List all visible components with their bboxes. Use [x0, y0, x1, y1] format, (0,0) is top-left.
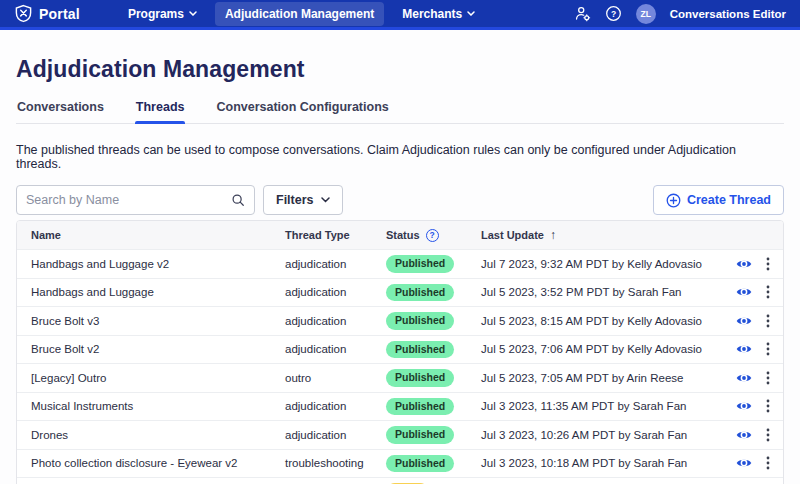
table-header-row: Name Thread Type Status ? Last Update ↑ [17, 221, 783, 249]
row-type: adjudication [271, 343, 372, 355]
navbar-right: ? ZL Conversations Editor [574, 4, 786, 24]
row-type: troubleshooting [271, 457, 372, 469]
tab-conversations[interactable]: Conversations [16, 100, 105, 123]
brand-name: Portal [39, 6, 80, 22]
controls-row: Filters Create Thread [16, 185, 784, 215]
nav-item-adjudication-management[interactable]: Adjudication Management [215, 2, 384, 26]
kebab-menu-icon[interactable] [766, 456, 770, 470]
svg-text:?: ? [611, 9, 616, 19]
row-type: adjudication [271, 315, 372, 327]
table-row: Bruce Bolt v2 adjudication Published Jul… [17, 335, 783, 364]
nav-item-label: Adjudication Management [225, 7, 374, 21]
filters-label: Filters [276, 193, 314, 207]
table-row: Photo collection disclosure - Eyewear v2… [17, 449, 783, 478]
row-name: Handbags and Luggage v2 [17, 258, 271, 270]
chevron-down-icon [467, 11, 475, 16]
tab-bar: Conversations Threads Conversation Confi… [16, 100, 784, 124]
filters-button[interactable]: Filters [263, 185, 343, 215]
row-updated: Jul 7 2023, 9:32 AM PDT by Kelly Adovasi… [467, 258, 703, 270]
row-name: Drones [17, 429, 271, 441]
kebab-menu-icon[interactable] [766, 257, 770, 271]
view-eye-icon[interactable] [736, 315, 752, 327]
row-updated: Jul 5 2023, 7:06 AM PDT by Kelly Adovasi… [467, 343, 703, 355]
table-row: [Legacy] Outro outro Published Jul 5 202… [17, 363, 783, 392]
top-navbar: Portal Programs Adjudication Management … [0, 0, 800, 30]
kebab-menu-icon[interactable] [766, 371, 770, 385]
create-thread-button[interactable]: Create Thread [653, 185, 784, 215]
view-eye-icon[interactable] [736, 372, 752, 384]
tab-conversation-configurations[interactable]: Conversation Configurations [215, 100, 389, 123]
row-name: Handbags and Luggage [17, 286, 271, 298]
kebab-menu-icon[interactable] [766, 428, 770, 442]
view-eye-icon[interactable] [736, 457, 752, 469]
create-thread-label: Create Thread [687, 193, 771, 207]
status-badge: Published [386, 341, 454, 359]
row-type: outro [271, 372, 372, 384]
column-header-last-update[interactable]: Last Update ↑ [467, 228, 703, 242]
sort-ascending-icon[interactable]: ↑ [550, 228, 556, 242]
row-name: Bruce Bolt v3 [17, 315, 271, 327]
row-type: adjudication [271, 400, 372, 412]
user-role-label: Conversations Editor [670, 8, 786, 20]
search-icon [231, 193, 245, 207]
row-updated: Jul 3 2023, 11:35 AM PDT by Sarah Fan [467, 400, 703, 412]
row-type: adjudication [271, 286, 372, 298]
row-type: adjudication [271, 258, 372, 270]
view-eye-icon[interactable] [736, 429, 752, 441]
status-badge: Published [386, 426, 454, 444]
row-name: [Legacy] Outro [17, 372, 271, 384]
table-row: Handbags and Luggage v2 adjudication Pub… [17, 249, 783, 278]
search-input[interactable] [26, 193, 231, 207]
table-row: Photo collection disclosure - Eyewear ad… [17, 477, 783, 484]
help-icon[interactable]: ? [605, 5, 622, 22]
status-badge: Published [386, 455, 454, 473]
page-description: The published threads can be used to com… [16, 143, 784, 171]
table-row: Handbags and Luggage adjudication Publis… [17, 278, 783, 307]
nav-item-label: Merchants [402, 7, 462, 21]
nav-item-label: Programs [128, 7, 184, 21]
user-avatar[interactable]: ZL [636, 4, 656, 24]
view-eye-icon[interactable] [736, 258, 752, 270]
row-updated: Jul 3 2023, 10:26 AM PDT by Sarah Fan [467, 429, 703, 441]
search-box [16, 185, 255, 215]
kebab-menu-icon[interactable] [766, 285, 770, 299]
status-help-icon[interactable]: ? [426, 229, 439, 242]
row-updated: Jul 5 2023, 7:05 AM PDT by Arin Reese [467, 372, 703, 384]
kebab-menu-icon[interactable] [766, 342, 770, 356]
row-name: Photo collection disclosure - Eyewear v2 [17, 457, 271, 469]
view-eye-icon[interactable] [736, 343, 752, 355]
row-updated: Jul 5 2023, 8:15 AM PDT by Kelly Adovasi… [467, 315, 703, 327]
column-header-name[interactable]: Name [17, 229, 271, 241]
tab-threads[interactable]: Threads [135, 100, 186, 123]
column-header-thread-type[interactable]: Thread Type [271, 229, 372, 241]
status-badge: Published [386, 398, 454, 416]
row-updated: Jul 5 2023, 3:52 PM PDT by Sarah Fan [467, 286, 703, 298]
chevron-down-icon [189, 11, 197, 16]
brand-home-link[interactable]: Portal [14, 4, 80, 23]
view-eye-icon[interactable] [736, 400, 752, 412]
view-eye-icon[interactable] [736, 286, 752, 298]
chevron-down-icon [321, 197, 330, 203]
status-badge: Published [386, 284, 454, 302]
last-update-header-label: Last Update [481, 229, 544, 241]
user-admin-icon[interactable] [574, 5, 591, 22]
shield-logo-icon [14, 4, 33, 23]
table-body: Handbags and Luggage v2 adjudication Pub… [17, 249, 783, 484]
nav-item-programs[interactable]: Programs [118, 2, 207, 26]
status-badge: Published [386, 312, 454, 330]
main-content: Adjudication Management Conversations Th… [0, 30, 800, 484]
row-type: adjudication [271, 429, 372, 441]
plus-circle-icon [666, 193, 681, 208]
column-header-status[interactable]: Status ? [372, 229, 467, 242]
page-title: Adjudication Management [16, 56, 784, 83]
kebab-menu-icon[interactable] [766, 314, 770, 328]
row-updated: Jul 3 2023, 10:18 AM PDT by Sarah Fan [467, 457, 703, 469]
status-badge: Published [386, 255, 454, 273]
row-name: Musical Instruments [17, 400, 271, 412]
status-badge: Published [386, 369, 454, 387]
nav-item-merchants[interactable]: Merchants [392, 2, 485, 26]
kebab-menu-icon[interactable] [766, 399, 770, 413]
status-header-label: Status [386, 229, 420, 241]
table-row: Musical Instruments adjudication Publish… [17, 392, 783, 421]
table-row: Drones adjudication Published Jul 3 2023… [17, 420, 783, 449]
